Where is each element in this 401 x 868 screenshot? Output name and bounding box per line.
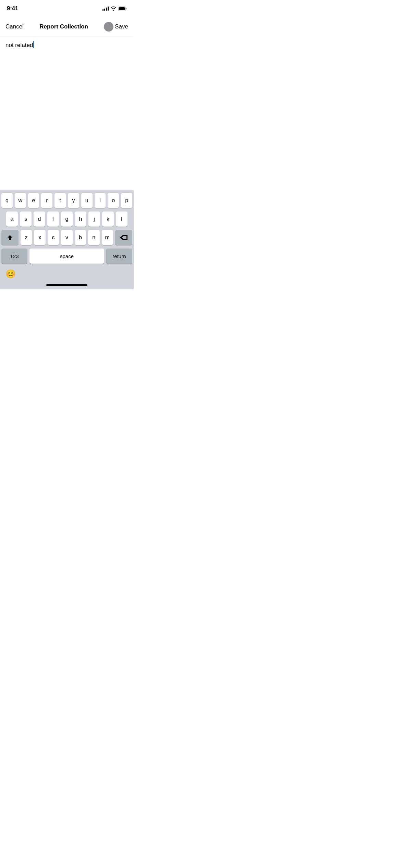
key-u[interactable]: u [81,193,93,208]
key-d[interactable]: d [34,212,45,227]
status-icons [102,7,127,11]
status-bar: 9:41 [0,0,134,17]
keyboard-row-bottom: 123 space return [0,249,134,264]
save-button[interactable]: Save [115,21,128,33]
key-x[interactable]: x [34,230,45,245]
key-w[interactable]: w [15,193,26,208]
keyboard-row-1: q w e r t y u i o p [0,193,134,208]
key-g[interactable]: g [61,212,73,227]
key-q[interactable]: q [1,193,13,208]
key-b[interactable]: b [75,230,86,245]
home-indicator [46,284,87,286]
signal-bars-icon [102,7,109,11]
key-l[interactable]: l [116,212,127,227]
key-z[interactable]: z [21,230,32,245]
avatar [104,22,113,32]
keyboard-bottom-bar: 😊 [0,266,134,281]
keyboard-row-2: a s d f g h j k l [0,212,134,227]
key-f[interactable]: f [47,212,59,227]
key-a[interactable]: a [6,212,18,227]
backspace-icon [120,235,127,240]
return-key[interactable]: return [106,249,132,264]
key-r[interactable]: r [41,193,52,208]
key-j[interactable]: j [88,212,100,227]
key-m[interactable]: m [102,230,113,245]
nav-save-area: Save [104,21,128,33]
key-e[interactable]: e [28,193,39,208]
key-y[interactable]: y [68,193,79,208]
key-t[interactable]: t [54,193,66,208]
numbers-key[interactable]: 123 [1,249,27,264]
text-cursor [33,41,34,48]
key-o[interactable]: o [108,193,119,208]
key-n[interactable]: n [88,230,99,245]
emoji-button[interactable]: 😊 [5,269,16,279]
cancel-button[interactable]: Cancel [5,21,24,33]
keyboard-row-3: z x c v b n m [0,230,134,245]
backspace-key[interactable] [115,230,132,245]
keyboard: q w e r t y u i o p a s d f g h j k l z … [0,190,134,289]
key-i[interactable]: i [95,193,106,208]
key-s[interactable]: s [20,212,32,227]
home-indicator-row [0,281,134,289]
key-v[interactable]: v [61,230,72,245]
key-c[interactable]: c [48,230,59,245]
key-k[interactable]: k [102,212,114,227]
shift-icon [7,234,13,241]
key-p[interactable]: p [121,193,132,208]
shift-key[interactable] [1,230,19,245]
status-time: 9:41 [7,5,18,12]
svg-rect-1 [119,7,125,10]
text-input-display: not related [5,41,128,49]
wifi-icon [111,7,116,11]
space-key[interactable]: space [29,249,104,264]
battery-icon [118,7,127,11]
text-area[interactable]: not related [0,36,134,184]
nav-bar: Cancel Report Collection Save [0,17,134,36]
nav-title: Report Collection [39,23,88,30]
key-h[interactable]: h [75,212,86,227]
text-content: not related [5,41,33,49]
